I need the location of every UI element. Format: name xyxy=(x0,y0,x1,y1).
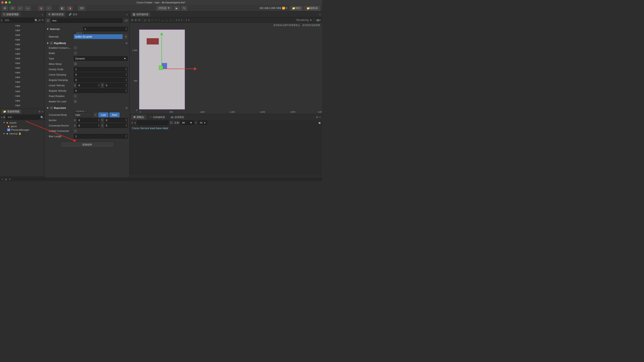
distribute-icon[interactable]: ⦀ xyxy=(188,18,190,22)
assets-search[interactable]: 搜索... xyxy=(6,115,40,119)
hierarchy-tree[interactable]: rope rope rope rope rope rope rope rope … xyxy=(0,23,44,109)
browser-select[interactable]: 浏览器 ▼ xyxy=(156,6,172,11)
connected-body-slot[interactable]: ▪RigidBody ↗ rope xyxy=(74,112,92,117)
inspector-tab[interactable]: ⚙属性检查器 xyxy=(46,12,66,17)
angular-vel-input[interactable]: 0▲▼ xyxy=(74,88,128,93)
connected-anchor-x-input[interactable]: 0▲▼ xyxy=(77,123,100,128)
menu-icon[interactable]: ≡ xyxy=(42,13,43,16)
tree-item[interactable]: rope xyxy=(0,79,44,84)
menu-icon[interactable]: ≡ xyxy=(319,13,321,16)
camera-icon[interactable]: 📹▾ xyxy=(316,18,321,22)
clear-ref-icon[interactable]: ✕ xyxy=(94,112,98,117)
search-icon[interactable]: 🔍 xyxy=(35,19,38,22)
rigidbody-enabled-checkbox[interactable] xyxy=(50,41,53,45)
asset-item[interactable]: ▾◆assets xyxy=(0,121,44,124)
ropejoint-enabled-checkbox[interactable] xyxy=(50,106,53,109)
contact-listener-checkbox[interactable] xyxy=(74,46,77,49)
asset-item[interactable]: 🔥game xyxy=(0,124,44,128)
menu-icon[interactable]: ≡ xyxy=(126,13,128,16)
scene-canvas[interactable]: 使用鼠标右键平移视窗焦点，使用滚轮缩放视图 1,000 500 0 0 500 … xyxy=(130,23,322,114)
zoom-out-icon[interactable]: ⊖ xyxy=(134,18,137,22)
gravity-input[interactable]: 1▲▼ xyxy=(74,67,128,71)
tree-item[interactable]: rope xyxy=(0,28,44,33)
redo-icon[interactable]: ↷ xyxy=(42,19,44,22)
assets-tab[interactable]: 📁 资源管理器 xyxy=(1,109,21,114)
services-tab[interactable]: 🔗服务 xyxy=(67,12,80,17)
tree-item[interactable]: rope xyxy=(0,75,44,79)
scene-node-red[interactable] xyxy=(147,38,159,44)
zoom-reset-icon[interactable]: ⊙ xyxy=(138,18,140,22)
tree-item[interactable]: rope xyxy=(0,98,44,103)
tree-item[interactable]: rope xyxy=(0,89,44,94)
distribute-icon[interactable]: ⦀ xyxy=(178,18,180,22)
menu-icon[interactable]: ≡ xyxy=(319,116,321,119)
project-button[interactable]: 📁 项目 xyxy=(290,6,303,11)
reload-icon[interactable]: ↻ xyxy=(181,6,188,11)
awake-on-load-checkbox[interactable] xyxy=(74,100,77,103)
add-node-icon[interactable]: + xyxy=(1,19,2,22)
search-icon[interactable]: 🔍 xyxy=(40,116,44,119)
animation-tab[interactable]: 〰动画编辑器 xyxy=(147,115,167,120)
linear-vel-y-input[interactable]: 0▲▼ xyxy=(104,83,128,88)
materials-count-input[interactable]: 1▲▼ xyxy=(83,27,128,31)
angular-damping-input[interactable]: 0▲▼ xyxy=(74,78,128,82)
connected-anchor-y-input[interactable]: 0▲▼ xyxy=(104,123,128,128)
popout-icon[interactable]: ⧉ xyxy=(39,110,40,113)
gear-icon[interactable]: ⚙ xyxy=(126,42,128,45)
collide-connected-checkbox[interactable] xyxy=(74,129,77,132)
tree-item[interactable]: rope xyxy=(0,65,44,70)
node-name-input[interactable]: box xyxy=(51,18,122,23)
add-icon[interactable]: + xyxy=(46,6,52,11)
asset-item[interactable]: JSPhysicsManager xyxy=(0,128,44,132)
preview-tab[interactable]: 📹游戏预览 xyxy=(168,115,186,120)
anchor-x-input[interactable]: 0▲▼ xyxy=(77,118,100,122)
distribute-icon[interactable]: ⦀ xyxy=(176,18,177,22)
node-enabled-checkbox[interactable] xyxy=(46,19,50,22)
sync-icon[interactable]: ⟲ xyxy=(10,6,16,11)
gizmo-origin[interactable] xyxy=(159,66,163,70)
expand-icon[interactable]: ⤢ xyxy=(17,6,23,11)
bullet-checkbox[interactable] xyxy=(74,52,77,55)
distribute-icon[interactable]: ⦀ xyxy=(181,18,182,22)
level-select[interactable]: All▼ xyxy=(180,121,194,125)
align-icon[interactable]: ⫟ xyxy=(155,18,158,22)
next-button[interactable]: Next xyxy=(109,112,120,117)
filter-icon[interactable]: ⇅ xyxy=(3,116,5,119)
doc-icon[interactable]: ▯ xyxy=(134,121,136,124)
tree-item[interactable]: rope xyxy=(0,42,44,47)
material-slot[interactable]: material ↗ builtin-2d-sprite xyxy=(74,34,123,39)
last-button[interactable]: Last xyxy=(98,112,108,117)
layers-icon[interactable]: ▤ xyxy=(5,178,7,181)
maximize-icon[interactable] xyxy=(8,1,11,3)
tree-item[interactable]: rope xyxy=(0,33,44,37)
align-icon[interactable]: ⫠ xyxy=(162,18,164,22)
hierarchy-search[interactable]: 搜索... xyxy=(3,18,34,22)
align-icon[interactable]: ⫟ xyxy=(151,18,154,22)
add-component-button[interactable]: 添加组件 xyxy=(60,142,114,147)
tree-item[interactable]: rope xyxy=(0,70,44,75)
sync-icon[interactable]: ⟲ xyxy=(1,178,3,181)
text-icon[interactable]: T xyxy=(195,121,197,124)
align-icon[interactable]: ⫠ xyxy=(170,18,172,22)
console-tab[interactable]: ⌘控制台 xyxy=(131,115,146,120)
linear-vel-x-input[interactable]: 0▲▼ xyxy=(77,83,100,88)
console-filter[interactable] xyxy=(137,121,168,125)
fontsize-select[interactable]: 14▾ xyxy=(198,121,207,125)
play-icon[interactable]: ▶ xyxy=(174,6,180,11)
ropejoint-header[interactable]: ▼RopeJoint⚙ xyxy=(46,106,128,110)
clear-material-icon[interactable]: ✕ xyxy=(124,34,128,39)
gear-icon[interactable]: ⚙ xyxy=(126,107,128,109)
undo-icon[interactable]: ↶ xyxy=(39,19,41,22)
close-icon[interactable] xyxy=(1,1,4,3)
tree-item[interactable]: rope xyxy=(0,61,44,65)
type-select[interactable]: Dynamic▼ xyxy=(74,56,128,61)
tree-item[interactable]: rope xyxy=(0,56,44,61)
materials-header[interactable]: ▼Materials 1▲▼ xyxy=(46,26,128,32)
distribute-icon[interactable]: ⦀ xyxy=(186,18,187,22)
anchor-icon[interactable]: ◧ xyxy=(59,6,65,11)
max-length-input[interactable]: 1▲▼ xyxy=(74,134,128,139)
block-icon[interactable]: ⊘ xyxy=(131,121,133,124)
regex-checkbox[interactable] xyxy=(170,121,173,124)
tree-item[interactable]: rope xyxy=(0,94,44,98)
asset-item[interactable]: ▸◆internal 🔒 xyxy=(0,132,44,135)
